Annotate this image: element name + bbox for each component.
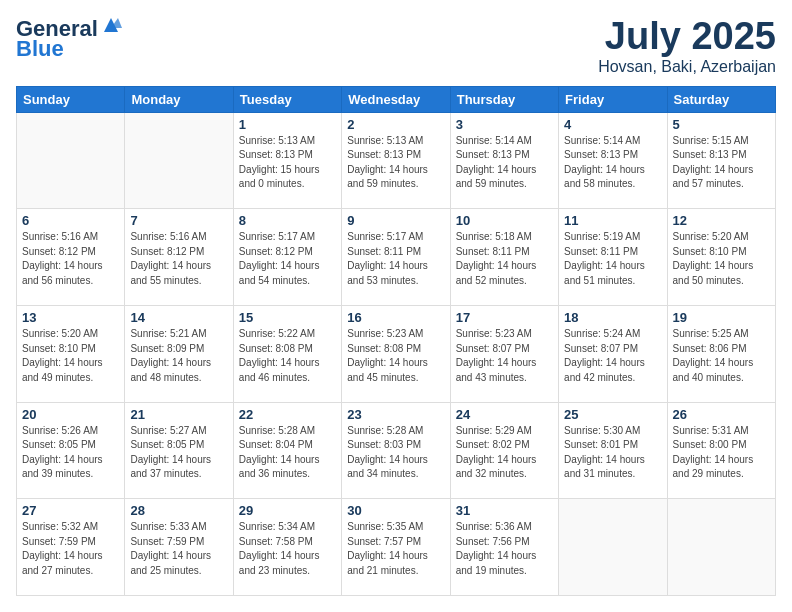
day-number: 21 xyxy=(130,407,227,422)
table-row: 31Sunrise: 5:36 AMSunset: 7:56 PMDayligh… xyxy=(450,499,558,596)
table-row: 16Sunrise: 5:23 AMSunset: 8:08 PMDayligh… xyxy=(342,306,450,403)
day-number: 17 xyxy=(456,310,553,325)
day-number: 8 xyxy=(239,213,336,228)
day-number: 3 xyxy=(456,117,553,132)
table-row: 15Sunrise: 5:22 AMSunset: 8:08 PMDayligh… xyxy=(233,306,341,403)
table-row: 5Sunrise: 5:15 AMSunset: 8:13 PMDaylight… xyxy=(667,112,775,209)
table-row: 21Sunrise: 5:27 AMSunset: 8:05 PMDayligh… xyxy=(125,402,233,499)
table-row: 22Sunrise: 5:28 AMSunset: 8:04 PMDayligh… xyxy=(233,402,341,499)
table-row xyxy=(559,499,667,596)
day-number: 25 xyxy=(564,407,661,422)
table-row: 20Sunrise: 5:26 AMSunset: 8:05 PMDayligh… xyxy=(17,402,125,499)
day-info: Sunrise: 5:20 AMSunset: 8:10 PMDaylight:… xyxy=(22,327,119,385)
day-info: Sunrise: 5:23 AMSunset: 8:08 PMDaylight:… xyxy=(347,327,444,385)
day-number: 11 xyxy=(564,213,661,228)
table-row xyxy=(125,112,233,209)
day-number: 20 xyxy=(22,407,119,422)
day-info: Sunrise: 5:26 AMSunset: 8:05 PMDaylight:… xyxy=(22,424,119,482)
calendar-week-row: 13Sunrise: 5:20 AMSunset: 8:10 PMDayligh… xyxy=(17,306,776,403)
day-number: 23 xyxy=(347,407,444,422)
table-row: 12Sunrise: 5:20 AMSunset: 8:10 PMDayligh… xyxy=(667,209,775,306)
day-number: 7 xyxy=(130,213,227,228)
day-number: 19 xyxy=(673,310,770,325)
table-row: 19Sunrise: 5:25 AMSunset: 8:06 PMDayligh… xyxy=(667,306,775,403)
calendar-week-row: 6Sunrise: 5:16 AMSunset: 8:12 PMDaylight… xyxy=(17,209,776,306)
day-info: Sunrise: 5:28 AMSunset: 8:04 PMDaylight:… xyxy=(239,424,336,482)
day-info: Sunrise: 5:33 AMSunset: 7:59 PMDaylight:… xyxy=(130,520,227,578)
table-row: 8Sunrise: 5:17 AMSunset: 8:12 PMDaylight… xyxy=(233,209,341,306)
day-info: Sunrise: 5:29 AMSunset: 8:02 PMDaylight:… xyxy=(456,424,553,482)
calendar-week-row: 27Sunrise: 5:32 AMSunset: 7:59 PMDayligh… xyxy=(17,499,776,596)
calendar-header-row: Sunday Monday Tuesday Wednesday Thursday… xyxy=(17,86,776,112)
day-number: 24 xyxy=(456,407,553,422)
col-wednesday: Wednesday xyxy=(342,86,450,112)
day-info: Sunrise: 5:28 AMSunset: 8:03 PMDaylight:… xyxy=(347,424,444,482)
logo-blue: Blue xyxy=(16,36,64,62)
day-info: Sunrise: 5:34 AMSunset: 7:58 PMDaylight:… xyxy=(239,520,336,578)
day-info: Sunrise: 5:14 AMSunset: 8:13 PMDaylight:… xyxy=(456,134,553,192)
day-number: 5 xyxy=(673,117,770,132)
header: General Blue July 2025 Hovsan, Baki, Aze… xyxy=(16,16,776,76)
table-row: 17Sunrise: 5:23 AMSunset: 8:07 PMDayligh… xyxy=(450,306,558,403)
day-info: Sunrise: 5:13 AMSunset: 8:13 PMDaylight:… xyxy=(347,134,444,192)
table-row: 30Sunrise: 5:35 AMSunset: 7:57 PMDayligh… xyxy=(342,499,450,596)
day-info: Sunrise: 5:25 AMSunset: 8:06 PMDaylight:… xyxy=(673,327,770,385)
day-number: 12 xyxy=(673,213,770,228)
title-block: July 2025 Hovsan, Baki, Azerbaijan xyxy=(598,16,776,76)
day-number: 10 xyxy=(456,213,553,228)
table-row: 18Sunrise: 5:24 AMSunset: 8:07 PMDayligh… xyxy=(559,306,667,403)
logo-icon xyxy=(100,14,122,36)
day-number: 18 xyxy=(564,310,661,325)
table-row: 24Sunrise: 5:29 AMSunset: 8:02 PMDayligh… xyxy=(450,402,558,499)
day-number: 6 xyxy=(22,213,119,228)
day-number: 13 xyxy=(22,310,119,325)
month-title: July 2025 xyxy=(598,16,776,58)
day-info: Sunrise: 5:13 AMSunset: 8:13 PMDaylight:… xyxy=(239,134,336,192)
table-row: 6Sunrise: 5:16 AMSunset: 8:12 PMDaylight… xyxy=(17,209,125,306)
table-row: 10Sunrise: 5:18 AMSunset: 8:11 PMDayligh… xyxy=(450,209,558,306)
calendar-week-row: 20Sunrise: 5:26 AMSunset: 8:05 PMDayligh… xyxy=(17,402,776,499)
table-row: 7Sunrise: 5:16 AMSunset: 8:12 PMDaylight… xyxy=(125,209,233,306)
day-number: 14 xyxy=(130,310,227,325)
day-info: Sunrise: 5:35 AMSunset: 7:57 PMDaylight:… xyxy=(347,520,444,578)
day-info: Sunrise: 5:17 AMSunset: 8:11 PMDaylight:… xyxy=(347,230,444,288)
col-tuesday: Tuesday xyxy=(233,86,341,112)
col-saturday: Saturday xyxy=(667,86,775,112)
day-info: Sunrise: 5:16 AMSunset: 8:12 PMDaylight:… xyxy=(130,230,227,288)
table-row: 4Sunrise: 5:14 AMSunset: 8:13 PMDaylight… xyxy=(559,112,667,209)
table-row xyxy=(17,112,125,209)
day-number: 16 xyxy=(347,310,444,325)
day-info: Sunrise: 5:17 AMSunset: 8:12 PMDaylight:… xyxy=(239,230,336,288)
day-info: Sunrise: 5:30 AMSunset: 8:01 PMDaylight:… xyxy=(564,424,661,482)
day-info: Sunrise: 5:27 AMSunset: 8:05 PMDaylight:… xyxy=(130,424,227,482)
table-row: 25Sunrise: 5:30 AMSunset: 8:01 PMDayligh… xyxy=(559,402,667,499)
day-number: 26 xyxy=(673,407,770,422)
col-monday: Monday xyxy=(125,86,233,112)
day-number: 15 xyxy=(239,310,336,325)
day-number: 2 xyxy=(347,117,444,132)
day-info: Sunrise: 5:15 AMSunset: 8:13 PMDaylight:… xyxy=(673,134,770,192)
day-number: 29 xyxy=(239,503,336,518)
logo: General Blue xyxy=(16,16,122,62)
table-row: 9Sunrise: 5:17 AMSunset: 8:11 PMDaylight… xyxy=(342,209,450,306)
day-number: 28 xyxy=(130,503,227,518)
col-friday: Friday xyxy=(559,86,667,112)
day-number: 4 xyxy=(564,117,661,132)
table-row: 11Sunrise: 5:19 AMSunset: 8:11 PMDayligh… xyxy=(559,209,667,306)
table-row: 2Sunrise: 5:13 AMSunset: 8:13 PMDaylight… xyxy=(342,112,450,209)
day-number: 22 xyxy=(239,407,336,422)
day-info: Sunrise: 5:36 AMSunset: 7:56 PMDaylight:… xyxy=(456,520,553,578)
table-row: 3Sunrise: 5:14 AMSunset: 8:13 PMDaylight… xyxy=(450,112,558,209)
table-row: 23Sunrise: 5:28 AMSunset: 8:03 PMDayligh… xyxy=(342,402,450,499)
table-row xyxy=(667,499,775,596)
table-row: 27Sunrise: 5:32 AMSunset: 7:59 PMDayligh… xyxy=(17,499,125,596)
day-info: Sunrise: 5:32 AMSunset: 7:59 PMDaylight:… xyxy=(22,520,119,578)
col-thursday: Thursday xyxy=(450,86,558,112)
day-info: Sunrise: 5:20 AMSunset: 8:10 PMDaylight:… xyxy=(673,230,770,288)
col-sunday: Sunday xyxy=(17,86,125,112)
day-info: Sunrise: 5:23 AMSunset: 8:07 PMDaylight:… xyxy=(456,327,553,385)
day-number: 1 xyxy=(239,117,336,132)
table-row: 29Sunrise: 5:34 AMSunset: 7:58 PMDayligh… xyxy=(233,499,341,596)
table-row: 28Sunrise: 5:33 AMSunset: 7:59 PMDayligh… xyxy=(125,499,233,596)
day-info: Sunrise: 5:21 AMSunset: 8:09 PMDaylight:… xyxy=(130,327,227,385)
